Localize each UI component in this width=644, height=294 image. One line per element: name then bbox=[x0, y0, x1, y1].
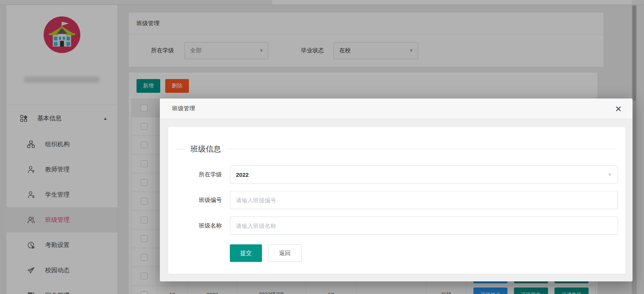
class-edit-modal: 班级管理 ✕ 班级信息 所在学级 2022 ▼ 班级编号 班级名称 bbox=[160, 99, 633, 281]
class-code-field-wrap bbox=[230, 191, 618, 209]
form-row-class-name: 班级名称 bbox=[168, 216, 625, 235]
modal-buttons: 提交 返回 bbox=[230, 244, 302, 262]
grade-select[interactable]: 2022 ▼ bbox=[230, 165, 618, 184]
grade-value: 2022 bbox=[236, 171, 249, 178]
legend-line bbox=[226, 149, 616, 149]
modal-form-card: 班级信息 所在学级 2022 ▼ 班级编号 班级名称 提交 返回 bbox=[168, 127, 625, 274]
form-row-grade: 所在学级 2022 ▼ bbox=[168, 165, 625, 184]
section-legend: 班级信息 bbox=[176, 142, 616, 155]
grade-label: 所在学级 bbox=[168, 171, 222, 178]
back-button[interactable]: 返回 bbox=[268, 244, 302, 262]
chevron-down-icon: ▼ bbox=[608, 172, 612, 177]
legend-line bbox=[176, 149, 186, 149]
submit-button[interactable]: 提交 bbox=[230, 244, 262, 262]
class-name-label: 班级名称 bbox=[168, 222, 222, 229]
modal-title: 班级管理 bbox=[160, 99, 633, 119]
section-title: 班级信息 bbox=[190, 144, 221, 154]
class-name-field-wrap bbox=[230, 216, 618, 235]
class-name-input[interactable] bbox=[236, 217, 604, 234]
close-icon[interactable]: ✕ bbox=[613, 103, 624, 115]
class-code-label: 班级编号 bbox=[168, 197, 222, 204]
class-code-input[interactable] bbox=[236, 191, 604, 209]
form-row-class-code: 班级编号 bbox=[168, 191, 625, 209]
